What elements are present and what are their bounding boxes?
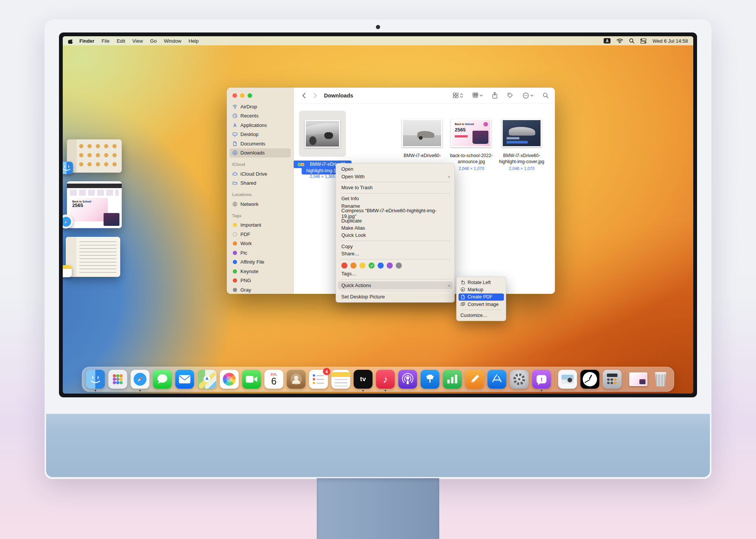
file-name[interactable]: BMW-i7-xDrive60- highlight-img-cover.jpg	[496, 153, 547, 165]
tag-yellow[interactable]	[359, 263, 366, 269]
dock-finder-icon[interactable]	[86, 370, 105, 389]
sidebar-item-network[interactable]: Network	[229, 199, 291, 209]
menu-item-rotate-left[interactable]: Rotate Left	[457, 279, 506, 286]
menu-item-move-to-trash[interactable]: Move to Trash	[336, 184, 454, 191]
menu-item-get-info[interactable]: Get Info	[336, 195, 454, 202]
apple-logo-icon[interactable]	[68, 38, 73, 44]
minimize-button[interactable]	[240, 93, 245, 98]
zoom-button[interactable]	[248, 93, 252, 98]
menu-item-open-with[interactable]: Open With›	[336, 173, 454, 180]
tag-blue[interactable]	[378, 263, 384, 269]
sidebar-item-icloud-drive[interactable]: iCloud Drive	[229, 169, 291, 179]
forward-button[interactable]	[311, 91, 319, 100]
sidebar-tag-work[interactable]: Work	[229, 239, 291, 249]
menubar-item-file[interactable]: File	[102, 38, 110, 44]
menubar-item-window[interactable]: Window	[164, 38, 181, 44]
back-button[interactable]	[300, 91, 308, 100]
sidebar-item-applications[interactable]: Applications	[229, 120, 291, 130]
input-source-icon[interactable]: A	[604, 38, 610, 43]
dock-downloads-stack-icon[interactable]	[629, 370, 648, 389]
sidebar-item-documents[interactable]: Documents	[229, 139, 291, 148]
dock-music-icon[interactable]: ♪	[376, 370, 395, 389]
menu-item-create-pdf[interactable]: Create PDF	[459, 293, 504, 301]
sidebar-tag-important[interactable]: Important	[229, 221, 291, 230]
menubar-clock[interactable]: Wed 6 Jul 14:58	[652, 38, 688, 44]
menubar-item-finder[interactable]: Finder	[79, 38, 94, 44]
dock-facetime-icon[interactable]	[242, 370, 261, 389]
sidebar-tag-keynote[interactable]: Keynote	[229, 267, 291, 276]
dock-numbers-icon[interactable]	[443, 370, 462, 389]
search-icon[interactable]	[542, 92, 549, 99]
wifi-icon[interactable]	[617, 39, 623, 43]
sidebar-item-recents[interactable]: Recents	[229, 111, 291, 121]
spotlight-search-icon[interactable]	[629, 38, 634, 43]
dock-mail-icon[interactable]	[175, 370, 194, 389]
file-thumbnail-bmw-front[interactable]	[305, 120, 340, 148]
dock-clock-icon[interactable]	[581, 370, 600, 389]
menubar-item-help[interactable]: Help	[189, 38, 199, 44]
tag-purple[interactable]	[387, 263, 393, 269]
more-actions-button[interactable]	[522, 92, 533, 99]
dock-maps-icon[interactable]	[198, 370, 217, 389]
menu-item-quick-actions[interactable]: Quick Actions›	[338, 281, 452, 289]
dock-tv-icon[interactable]: tv	[354, 370, 373, 389]
sidebar-item-shared[interactable]: Shared	[229, 179, 291, 188]
dock-calendar-icon[interactable]: JUL 6	[265, 370, 284, 389]
stage-window-notes[interactable]	[66, 237, 120, 277]
tag-orange[interactable]	[350, 263, 356, 269]
dock-system-settings-icon[interactable]	[510, 370, 529, 389]
share-button[interactable]	[492, 92, 498, 99]
menubar-item-edit[interactable]: Edit	[117, 38, 125, 44]
menu-item-compress[interactable]: Compress “BMW-i7-eDrive60-highlight-img-…	[336, 210, 454, 217]
menu-item-share[interactable]: Share…	[336, 250, 454, 257]
file-thumbnail-bmw-cover[interactable]	[502, 119, 542, 147]
dock-messages-icon[interactable]	[153, 370, 172, 389]
tag-red[interactable]	[341, 263, 347, 269]
dock-reminders-icon[interactable]: 4	[309, 370, 328, 389]
control-center-icon[interactable]	[640, 39, 646, 43]
dock-keynote-icon[interactable]	[421, 370, 440, 389]
close-button[interactable]	[232, 93, 237, 98]
sidebar-tag-pdf[interactable]: PDF	[229, 230, 291, 239]
safari-app-icon[interactable]	[63, 215, 73, 229]
finder-app-icon[interactable]	[63, 162, 73, 174]
dock-pages-icon[interactable]	[465, 370, 484, 389]
dock-photos-icon[interactable]	[220, 370, 239, 389]
file-thumbnail-bmw-road[interactable]	[402, 119, 442, 147]
group-by-button[interactable]	[472, 92, 483, 99]
dock-app-store-icon[interactable]	[488, 370, 507, 389]
menu-item-tags[interactable]: Tags…	[336, 270, 454, 277]
dock-safari-icon[interactable]	[131, 370, 150, 389]
stage-window-safari[interactable]: Back to School 2565	[67, 181, 122, 228]
sidebar-item-airdrop[interactable]: AirDrop	[229, 102, 291, 111]
tag-gray[interactable]	[396, 263, 402, 269]
dock-trash-icon[interactable]	[651, 370, 670, 389]
dock-launchpad-icon[interactable]	[108, 370, 127, 389]
menu-item-make-alias[interactable]: Make Alias	[336, 224, 454, 232]
dock-contacts-icon[interactable]	[287, 370, 306, 389]
menu-item-open[interactable]: Open	[336, 165, 454, 173]
menubar-item-view[interactable]: View	[132, 38, 143, 44]
menu-item-convert-image[interactable]: Convert Image	[457, 301, 506, 308]
tag-button[interactable]	[507, 92, 513, 99]
file-name[interactable]: back-to-school-2022- announce.jpg	[447, 153, 496, 165]
sidebar-tag-png[interactable]: PNG	[229, 276, 291, 286]
menu-item-quick-look[interactable]: Quick Look	[336, 232, 454, 239]
sidebar-tag-gray[interactable]: Gray	[229, 285, 291, 295]
dock-feedback-icon[interactable]: !	[532, 370, 551, 389]
view-options-button[interactable]	[452, 92, 463, 99]
file-thumbnail-back-to-school[interactable]: Back to School 2565	[451, 119, 491, 147]
sidebar-tag-affinity-file[interactable]: Affinity File	[229, 258, 291, 267]
notes-app-icon[interactable]	[63, 265, 72, 277]
sidebar-tag-pic[interactable]: Pic	[229, 248, 291, 258]
file-name[interactable]: BMW-i7-eDrive60-	[399, 153, 446, 159]
finder-toolbar[interactable]: Downloads	[294, 88, 555, 103]
dock-podcasts-icon[interactable]	[398, 370, 417, 389]
dock-preview-icon[interactable]	[558, 370, 577, 389]
menu-item-markup[interactable]: Markup	[457, 286, 506, 293]
menu-item-copy[interactable]: Copy	[336, 243, 454, 250]
dock-notes-icon[interactable]	[332, 370, 350, 389]
stage-window-finder[interactable]	[67, 139, 122, 173]
sidebar-item-downloads[interactable]: Downloads	[229, 148, 291, 158]
sidebar-item-desktop[interactable]: Desktop	[229, 130, 291, 139]
